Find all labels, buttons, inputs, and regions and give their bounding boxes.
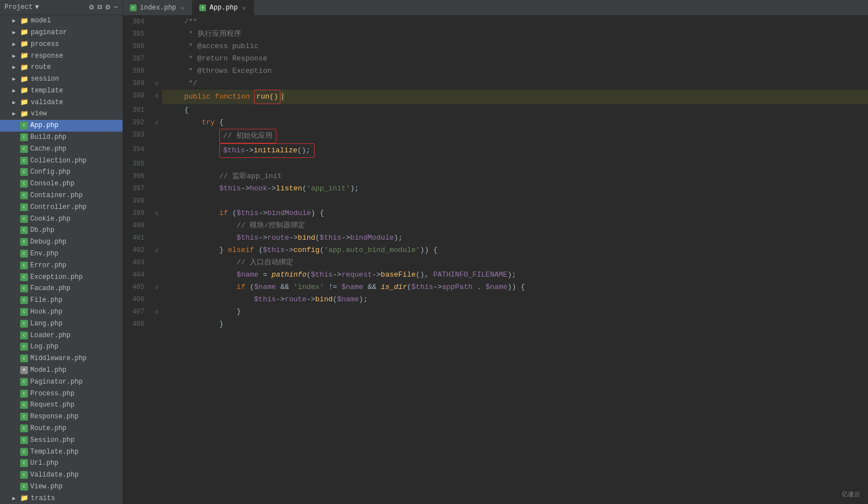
folder-session[interactable]: ▶ 📁 session <box>0 73 123 85</box>
code-content[interactable]: $this->hook->listen('app_init'); <box>162 183 868 195</box>
file-cookie-php[interactable]: C Cookie.php <box>0 213 123 225</box>
code-content[interactable]: if ($name && 'index' != $name && is_dir(… <box>162 281 868 293</box>
php-file-icon: C <box>20 448 28 456</box>
file-lang-php[interactable]: C Lang.php <box>0 318 123 329</box>
arrow-icon: ▶ <box>12 110 20 117</box>
file-view-php[interactable]: C View.php <box>0 481 123 493</box>
code-content[interactable]: } <box>162 318 868 330</box>
code-content[interactable]: /** <box>162 16 868 28</box>
file-error-php[interactable]: C Error.php <box>0 259 123 271</box>
file-file-php[interactable]: C File.php <box>0 295 123 306</box>
tab-app-php[interactable]: P App.php ✕ <box>193 0 254 16</box>
code-content[interactable]: * 执行应用程序 <box>162 28 868 40</box>
folder-paginator[interactable]: ▶ 📁 paginator <box>0 27 123 39</box>
code-content[interactable]: // 初始化应用 <box>162 129 868 143</box>
file-console-php[interactable]: C Console.php <box>0 178 123 190</box>
tab-index-php[interactable]: P index.php ✕ <box>123 0 193 16</box>
arrow-icon <box>12 320 20 326</box>
code-content[interactable]: $this->route->bind($name); <box>162 293 868 306</box>
folder-template[interactable]: ▶ 📁 template <box>0 85 123 97</box>
line-number: 393 <box>123 129 151 143</box>
code-content[interactable]: } elseif ($this->config('app.auto_bind_m… <box>162 244 868 256</box>
code-content[interactable]: public function run()| <box>162 90 868 104</box>
file-label: Build.php <box>30 133 67 141</box>
minus-icon[interactable]: − <box>114 3 118 12</box>
file-loader-php[interactable]: C Loader.php <box>0 329 123 341</box>
code-editor[interactable]: 384 /** 385 * 执行应用程序 386 * @access publi… <box>123 16 868 504</box>
file-collection-php[interactable]: C Collection.php <box>0 155 123 166</box>
folder-process[interactable]: ▶ 📁 process <box>0 38 123 50</box>
file-app-php[interactable]: C App.php <box>0 120 123 132</box>
gutter <box>151 220 162 232</box>
folder-icon: 📁 <box>20 52 29 60</box>
project-title[interactable]: Project ▼ <box>4 3 39 11</box>
file-hook-php[interactable]: C Hook.php <box>0 306 123 318</box>
file-container-php[interactable]: C Container.php <box>0 190 123 202</box>
file-label: Loader.php <box>30 332 71 339</box>
arrow-icon <box>12 390 20 396</box>
code-content[interactable]: $name = pathinfo($this->request->baseFil… <box>162 269 868 281</box>
code-content[interactable]: * @throws Exception <box>162 65 868 77</box>
arrow-icon <box>12 483 20 489</box>
file-route-php[interactable]: C Route.php <box>0 423 123 435</box>
code-content[interactable]: // 入口自动绑定 <box>162 256 868 269</box>
code-content[interactable] <box>162 158 868 170</box>
project-dropdown-icon: ▼ <box>35 3 39 11</box>
code-content[interactable]: } <box>162 306 868 318</box>
code-line-393: 393 // 初始化应用 <box>123 129 868 143</box>
file-url-php[interactable]: C Url.php <box>0 458 123 469</box>
file-cache-php[interactable]: C Cache.php <box>0 143 123 155</box>
file-paginator-php[interactable]: C Paginator.php <box>0 376 123 388</box>
folder-validate[interactable]: ▶ 📁 validate <box>0 96 123 108</box>
code-content[interactable]: $this->initialize(); <box>162 143 868 158</box>
arrow-icon: ▶ <box>12 495 20 502</box>
code-content[interactable]: * @access public <box>162 40 868 53</box>
folder-response[interactable]: ▶ 📁 response <box>0 50 123 62</box>
code-content[interactable]: { <box>162 104 868 116</box>
php-file-icon: C <box>20 308 28 316</box>
code-content[interactable]: try { <box>162 116 868 129</box>
file-log-php[interactable]: C Log.php <box>0 341 123 353</box>
code-content[interactable]: $this->route->bind($this->bindModule); <box>162 232 868 244</box>
close-tab-icon[interactable]: ✕ <box>180 4 186 12</box>
file-model-php[interactable]: M Model.php <box>0 365 123 376</box>
arrow-icon <box>12 274 20 280</box>
file-build-php[interactable]: C Build.php <box>0 132 123 143</box>
line-number: 405 <box>123 281 151 293</box>
file-label: Error.php <box>30 262 67 269</box>
header-toolbar: ⚙ ⊟ ⚙ − <box>89 2 118 12</box>
gutter <box>151 104 162 116</box>
arrow-icon: ▶ <box>12 64 20 71</box>
close-tab-icon[interactable]: ✕ <box>241 4 247 12</box>
folder-traits[interactable]: ▶ 📁 traits <box>0 492 123 504</box>
file-exception-php[interactable]: C Exception.php <box>0 271 123 283</box>
file-config-php[interactable]: C Config.php <box>0 166 123 178</box>
file-template-php[interactable]: C Template.php <box>0 446 123 458</box>
file-db-php[interactable]: C Db.php <box>0 225 123 236</box>
file-facade-php[interactable]: C Facade.php <box>0 283 123 295</box>
code-content[interactable] <box>162 195 868 207</box>
file-request-php[interactable]: C Request.php <box>0 399 123 411</box>
arrow-icon <box>12 123 20 129</box>
file-process-php[interactable]: C Process.php <box>0 388 123 399</box>
arrow-icon <box>12 251 20 257</box>
file-middleware-php[interactable]: C Middleware.php <box>0 353 123 365</box>
code-content[interactable]: */ <box>162 77 868 90</box>
file-session-php[interactable]: C Session.php <box>0 434 123 446</box>
code-content[interactable]: // 模块/控制器绑定 <box>162 220 868 232</box>
file-validate-php[interactable]: C Validate.php <box>0 469 123 481</box>
folder-route[interactable]: ▶ 📁 route <box>0 62 123 73</box>
file-env-php[interactable]: C Env.php <box>0 248 123 260</box>
split-icon[interactable]: ⊟ <box>97 2 102 12</box>
file-debug-php[interactable]: C Debug.php <box>0 236 123 248</box>
code-content[interactable]: * @return Response <box>162 53 868 65</box>
code-content[interactable]: if ($this->bindModule) { <box>162 207 868 220</box>
code-content[interactable]: // 监听app_init <box>162 170 868 183</box>
file-controller-php[interactable]: C Controller.php <box>0 201 123 213</box>
gear-icon[interactable]: ⚙ <box>105 2 110 12</box>
file-response-php[interactable]: C Response.php <box>0 411 123 423</box>
settings-icon[interactable]: ⚙ <box>89 2 93 12</box>
folder-model[interactable]: ▶ 📁 model <box>0 15 123 27</box>
folder-view[interactable]: ▶ 📁 view <box>0 108 123 120</box>
gutter: ◇ <box>151 116 162 129</box>
